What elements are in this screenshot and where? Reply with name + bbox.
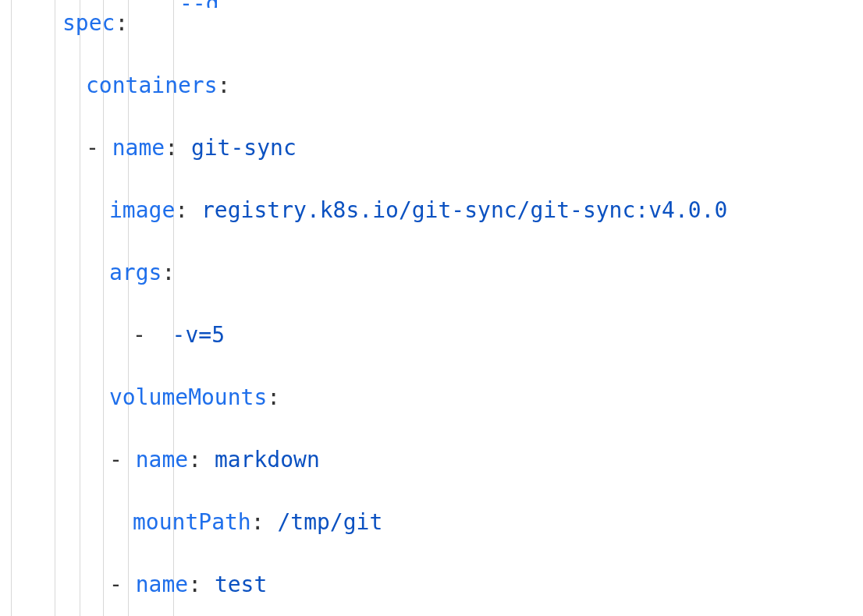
yaml-value: markdown (215, 447, 320, 473)
partial-top-line: --g (8, 0, 863, 8)
yaml-key: args (109, 260, 162, 285)
code-line[interactable]: containers: (8, 70, 863, 101)
yaml-key: name (136, 447, 188, 473)
yaml-key: volumeMounts (109, 384, 267, 410)
yaml-value: git-sync (191, 135, 297, 161)
yaml-colon: : (267, 384, 280, 410)
code-line[interactable]: - -v=5 (8, 320, 863, 351)
code-line[interactable]: args: (8, 257, 863, 289)
yaml-dash: - (133, 322, 159, 348)
code-line[interactable]: spec: (8, 8, 863, 39)
yaml-key: name (112, 135, 165, 161)
yaml-value: test (215, 572, 267, 597)
yaml-colon: : (165, 135, 178, 161)
yaml-key: spec (62, 10, 115, 36)
yaml-key: image (109, 197, 175, 223)
yaml-dash: - (109, 447, 136, 473)
yaml-key: containers (86, 73, 218, 98)
yaml-colon: : (218, 73, 231, 98)
yaml-colon: : (175, 197, 188, 223)
code-line[interactable]: volumeMounts: (8, 382, 863, 413)
code-line[interactable]: - name: git-sync (8, 133, 863, 164)
code-line[interactable]: - name: test (8, 569, 863, 600)
yaml-colon: : (251, 509, 265, 535)
yaml-dash: - (109, 572, 136, 597)
code-line[interactable]: mountPath: /tmp/git (8, 507, 863, 538)
code-token: --g (179, 0, 219, 8)
yaml-colon: : (162, 260, 175, 285)
yaml-key: name (136, 572, 188, 597)
yaml-colon: : (188, 572, 201, 597)
yaml-key: mountPath (133, 509, 251, 535)
yaml-colon: : (115, 10, 128, 36)
yaml-colon: : (188, 447, 201, 473)
code-line[interactable]: image: registry.k8s.io/git-sync/git-sync… (8, 195, 863, 226)
yaml-dash: - (86, 135, 112, 161)
yaml-value: -v=5 (172, 322, 225, 348)
yaml-value: registry.k8s.io/git-sync/git-sync:v4.0.0 (201, 197, 727, 223)
yaml-value: /tmp/git (277, 509, 382, 535)
code-editor-viewport: --gspec: containers: - name: git-sync im… (0, 0, 863, 616)
yaml-code-block[interactable]: --gspec: containers: - name: git-sync im… (0, 0, 863, 616)
code-line[interactable]: - name: markdown (8, 444, 863, 476)
